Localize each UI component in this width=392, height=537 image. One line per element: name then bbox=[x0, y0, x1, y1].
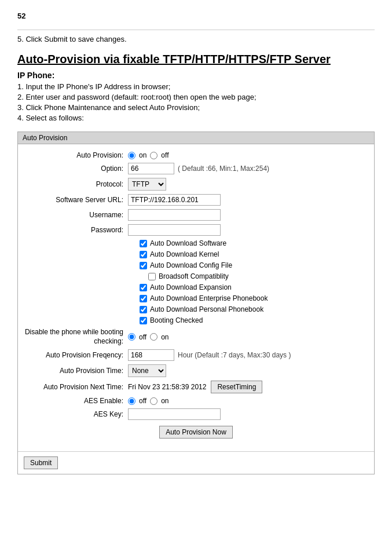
aes-off-label: off bbox=[139, 397, 146, 405]
cb3-checkbox[interactable] bbox=[140, 262, 147, 269]
next-time-control: Fri Nov 23 21:58:39 2012 ResetTiming bbox=[128, 381, 368, 393]
next-time-row: Auto Provision Next Time: Fri Nov 23 21:… bbox=[24, 381, 368, 393]
reset-timing-button[interactable]: ResetTiming bbox=[211, 381, 262, 393]
panel-title: Auto Provision bbox=[18, 132, 374, 144]
cb7-row: Auto Download Personal Phonebook bbox=[140, 305, 368, 313]
password-input[interactable] bbox=[128, 224, 221, 236]
cb2-checkbox[interactable] bbox=[140, 251, 147, 258]
disable-on-label: on bbox=[161, 333, 168, 341]
cb1-checkbox[interactable] bbox=[140, 240, 147, 247]
username-label: Username: bbox=[24, 211, 128, 219]
freq-row: Auto Provision Freqency: Hour (Default :… bbox=[24, 349, 368, 361]
time-row: Auto Provision Time: None Daily Weekly bbox=[24, 364, 368, 377]
aes-enable-row: AES Enable: off on bbox=[24, 397, 368, 405]
cb5-checkbox[interactable] bbox=[140, 284, 147, 291]
cb3-label: Auto Download Config File bbox=[150, 261, 232, 269]
cb6-checkbox[interactable] bbox=[140, 295, 147, 302]
cb3-row: Auto Download Config File bbox=[140, 261, 368, 269]
aes-key-label: AES Key: bbox=[24, 410, 128, 418]
aes-on-label: on bbox=[161, 397, 168, 405]
server-url-input[interactable] bbox=[128, 194, 221, 206]
auto-provision-off-label: off bbox=[161, 151, 168, 159]
protocol-select[interactable]: TFTP HTTP HTTPS FTP bbox=[128, 178, 166, 191]
next-time-label: Auto Provision Next Time: bbox=[24, 383, 128, 391]
cb6-row: Auto Download Enterprise Phonebook bbox=[140, 294, 368, 302]
cb1-label: Auto Download Software bbox=[150, 239, 226, 247]
cb4-row: Broadsoft Compatiblity bbox=[148, 272, 368, 280]
disable-label: Disable the phone while booting checking… bbox=[24, 328, 128, 346]
aes-off-radio[interactable] bbox=[128, 397, 135, 405]
page-number: 52 bbox=[17, 12, 375, 20]
option-input[interactable] bbox=[128, 163, 174, 174]
disable-radio-group: off on bbox=[128, 333, 368, 341]
protocol-control: TFTP HTTP HTTPS FTP bbox=[128, 178, 368, 191]
disable-off-label: off bbox=[139, 333, 146, 341]
auto-provision-row: Auto Provision: on off bbox=[24, 151, 368, 159]
cb7-label: Auto Download Personal Phonebook bbox=[150, 305, 263, 313]
cb4-checkbox[interactable] bbox=[148, 273, 156, 280]
server-url-control bbox=[128, 194, 368, 206]
option-control: ( Default :66, Min:1, Max:254) bbox=[128, 163, 368, 174]
freq-hint: Hour (Default :7 days, Max:30 days ) bbox=[178, 351, 291, 359]
auto-provision-on-label: on bbox=[139, 151, 146, 159]
username-input[interactable] bbox=[128, 209, 221, 221]
cb4-label: Broadsoft Compatiblity bbox=[159, 272, 229, 280]
disable-on-radio[interactable] bbox=[150, 333, 157, 341]
cb5-label: Auto Download Expansion bbox=[150, 283, 232, 291]
cb6-label: Auto Download Enterprise Phonebook bbox=[150, 294, 268, 302]
time-select[interactable]: None Daily Weekly bbox=[128, 364, 166, 377]
username-row: Username: bbox=[24, 209, 368, 221]
auto-provision-label: Auto Provision: bbox=[24, 151, 128, 159]
cb2-row: Auto Download Kernel bbox=[140, 250, 368, 258]
option-row: Option: ( Default :66, Min:1, Max:254) bbox=[24, 163, 368, 174]
section-title: Auto-Provision via fixable TFTP/HTTP/HTT… bbox=[17, 53, 375, 66]
aes-key-input[interactable] bbox=[128, 408, 221, 420]
aes-enable-label: AES Enable: bbox=[24, 397, 128, 405]
cb8-checkbox[interactable] bbox=[140, 317, 147, 324]
option-hint: ( Default :66, Min:1, Max:254) bbox=[178, 165, 269, 173]
aes-on-radio[interactable] bbox=[150, 397, 157, 405]
password-control bbox=[128, 224, 368, 236]
protocol-row: Protocol: TFTP HTTP HTTPS FTP bbox=[24, 178, 368, 191]
aes-key-row: AES Key: bbox=[24, 408, 368, 420]
auto-provision-off-radio[interactable] bbox=[150, 152, 157, 159]
time-label: Auto Provision Time: bbox=[24, 367, 128, 375]
server-url-row: Software Server URL: bbox=[24, 194, 368, 206]
ip-phone-label: IP Phone: bbox=[17, 71, 375, 80]
step5-text: 5. Click Submit to save changes. bbox=[17, 35, 375, 43]
protocol-label: Protocol: bbox=[24, 180, 128, 188]
instructions: 1. Input the IP Phone's IP Address in br… bbox=[17, 82, 375, 122]
freq-label: Auto Provision Freqency: bbox=[24, 351, 128, 359]
auto-provision-panel: Auto Provision Auto Provision: on off Op… bbox=[17, 131, 375, 474]
next-time-value: Fri Nov 23 21:58:39 2012 bbox=[128, 383, 206, 391]
server-url-label: Software Server URL: bbox=[24, 196, 128, 204]
password-label: Password: bbox=[24, 226, 128, 234]
submit-button[interactable]: Submit bbox=[24, 456, 58, 469]
aes-enable-radio-group: off on bbox=[128, 397, 368, 405]
disable-off-radio[interactable] bbox=[128, 333, 135, 341]
password-row: Password: bbox=[24, 224, 368, 236]
cb8-label: Booting Checked bbox=[150, 316, 203, 324]
cb1-row: Auto Download Software bbox=[140, 239, 368, 247]
disable-row: Disable the phone while booting checking… bbox=[24, 328, 368, 346]
freq-input[interactable] bbox=[128, 349, 174, 361]
auto-provision-radio-group: on off bbox=[128, 151, 368, 159]
time-control: None Daily Weekly bbox=[128, 364, 368, 377]
cb5-row: Auto Download Expansion bbox=[140, 283, 368, 291]
username-control bbox=[128, 209, 368, 221]
aes-key-control bbox=[128, 408, 368, 420]
cb2-label: Auto Download Kernel bbox=[150, 250, 219, 258]
panel-body: Auto Provision: on off Option: ( Default… bbox=[18, 144, 374, 451]
submit-area: Submit bbox=[18, 451, 374, 474]
auto-provision-on-radio[interactable] bbox=[128, 152, 135, 159]
cb7-checkbox[interactable] bbox=[140, 306, 147, 313]
auto-provision-now-button[interactable]: Auto Provision Now bbox=[159, 426, 233, 439]
auto-provision-now-row: Auto Provision Now bbox=[24, 426, 368, 439]
cb8-row: Booting Checked bbox=[140, 316, 368, 324]
option-label: Option: bbox=[24, 165, 128, 173]
freq-control: Hour (Default :7 days, Max:30 days ) bbox=[128, 349, 368, 361]
